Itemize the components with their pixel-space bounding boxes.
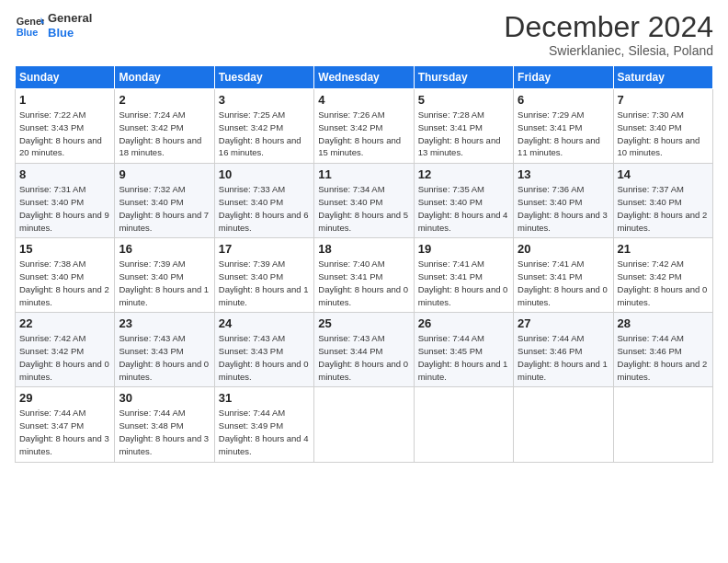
day-number: 30 [119,391,210,405]
day-number: 16 [119,242,210,256]
day-number: 9 [119,167,210,181]
day-info: Sunrise: 7:44 AMSunset: 3:45 PMDaylight:… [418,332,509,383]
day-info: Sunrise: 7:42 AMSunset: 3:42 PMDaylight:… [19,332,110,383]
day-info: Sunrise: 7:44 AMSunset: 3:49 PMDaylight:… [219,407,310,457]
calendar-cell: 18Sunrise: 7:40 AMSunset: 3:41 PMDayligh… [314,238,414,313]
day-info: Sunrise: 7:26 AMSunset: 3:42 PMDaylight:… [318,109,409,159]
calendar-cell: 26Sunrise: 7:44 AMSunset: 3:45 PMDayligh… [414,313,513,387]
calendar-cell: 25Sunrise: 7:43 AMSunset: 3:44 PMDayligh… [314,313,414,387]
calendar-week-row: 29Sunrise: 7:44 AMSunset: 3:47 PMDayligh… [16,387,713,462]
day-info: Sunrise: 7:44 AMSunset: 3:46 PMDaylight:… [618,332,709,383]
calendar-cell: 13Sunrise: 7:36 AMSunset: 3:40 PMDayligh… [514,164,613,238]
day-info: Sunrise: 7:35 AMSunset: 3:40 PMDaylight:… [418,183,509,234]
day-number: 13 [518,167,609,181]
day-number: 23 [119,316,210,330]
logo-icon: General Blue [15,11,44,40]
day-info: Sunrise: 7:44 AMSunset: 3:46 PMDaylight:… [518,332,609,383]
day-number: 18 [318,242,409,256]
calendar-cell: 8Sunrise: 7:31 AMSunset: 3:40 PMDaylight… [16,164,115,238]
calendar-cell: 5Sunrise: 7:28 AMSunset: 3:41 PMDaylight… [414,89,513,164]
day-number: 4 [318,93,409,107]
day-of-week-header: Tuesday [214,66,313,89]
calendar-cell: 19Sunrise: 7:41 AMSunset: 3:41 PMDayligh… [414,238,513,313]
calendar-cell: 4Sunrise: 7:26 AMSunset: 3:42 PMDaylight… [314,89,414,164]
calendar-cell: 12Sunrise: 7:35 AMSunset: 3:40 PMDayligh… [414,164,513,238]
calendar-cell [314,387,414,462]
logo-general: General [48,11,92,26]
day-number: 12 [418,167,509,181]
day-number: 7 [618,93,709,107]
day-info: Sunrise: 7:30 AMSunset: 3:40 PMDaylight:… [618,109,709,159]
day-number: 11 [318,167,409,181]
calendar-cell: 10Sunrise: 7:33 AMSunset: 3:40 PMDayligh… [214,164,313,238]
day-of-week-header: Thursday [414,66,513,89]
title-block: December 2024 Swierklaniec, Silesia, Pol… [504,11,713,58]
header: General Blue General Blue December 2024 … [15,11,713,58]
day-info: Sunrise: 7:43 AMSunset: 3:43 PMDaylight:… [119,332,210,383]
calendar-cell: 9Sunrise: 7:32 AMSunset: 3:40 PMDaylight… [115,164,214,238]
calendar-cell: 28Sunrise: 7:44 AMSunset: 3:46 PMDayligh… [613,313,712,387]
calendar-table: SundayMondayTuesdayWednesdayThursdayFrid… [15,65,713,462]
day-number: 5 [418,93,509,107]
day-number: 31 [219,391,310,405]
day-number: 3 [219,93,310,107]
day-number: 24 [219,316,310,330]
calendar-cell: 24Sunrise: 7:43 AMSunset: 3:43 PMDayligh… [214,313,313,387]
day-of-week-header: Saturday [613,66,712,89]
calendar-cell: 17Sunrise: 7:39 AMSunset: 3:40 PMDayligh… [214,238,313,313]
day-number: 21 [618,242,709,256]
day-info: Sunrise: 7:32 AMSunset: 3:40 PMDaylight:… [119,183,210,234]
day-number: 26 [418,316,509,330]
day-info: Sunrise: 7:42 AMSunset: 3:42 PMDaylight:… [618,258,709,308]
day-info: Sunrise: 7:40 AMSunset: 3:41 PMDaylight:… [318,258,409,308]
day-number: 15 [19,242,110,256]
day-of-week-header: Monday [115,66,214,89]
calendar-cell [514,387,613,462]
day-info: Sunrise: 7:41 AMSunset: 3:41 PMDaylight:… [518,258,609,308]
day-info: Sunrise: 7:33 AMSunset: 3:40 PMDaylight:… [219,183,310,234]
day-number: 27 [518,316,609,330]
calendar-cell: 29Sunrise: 7:44 AMSunset: 3:47 PMDayligh… [16,387,115,462]
calendar-header: SundayMondayTuesdayWednesdayThursdayFrid… [16,66,713,89]
day-info: Sunrise: 7:37 AMSunset: 3:40 PMDaylight:… [618,183,709,234]
day-info: Sunrise: 7:44 AMSunset: 3:47 PMDaylight:… [19,407,110,457]
calendar-cell: 6Sunrise: 7:29 AMSunset: 3:41 PMDaylight… [514,89,613,164]
logo-blue: Blue [48,26,92,40]
day-of-week-header: Wednesday [314,66,414,89]
day-info: Sunrise: 7:36 AMSunset: 3:40 PMDaylight:… [518,183,609,234]
calendar-cell: 23Sunrise: 7:43 AMSunset: 3:43 PMDayligh… [115,313,214,387]
svg-text:Blue: Blue [17,27,39,38]
day-info: Sunrise: 7:44 AMSunset: 3:48 PMDaylight:… [119,407,210,457]
day-number: 20 [518,242,609,256]
day-number: 19 [418,242,509,256]
day-info: Sunrise: 7:29 AMSunset: 3:41 PMDaylight:… [518,109,609,159]
day-number: 1 [19,93,110,107]
logo: General Blue General Blue [15,11,92,40]
calendar-cell: 21Sunrise: 7:42 AMSunset: 3:42 PMDayligh… [613,238,712,313]
calendar-cell: 20Sunrise: 7:41 AMSunset: 3:41 PMDayligh… [514,238,613,313]
day-number: 10 [219,167,310,181]
day-info: Sunrise: 7:41 AMSunset: 3:41 PMDaylight:… [418,258,509,308]
location-subtitle: Swierklaniec, Silesia, Poland [504,43,713,58]
calendar-cell: 14Sunrise: 7:37 AMSunset: 3:40 PMDayligh… [613,164,712,238]
calendar-cell: 15Sunrise: 7:38 AMSunset: 3:40 PMDayligh… [16,238,115,313]
day-info: Sunrise: 7:25 AMSunset: 3:42 PMDaylight:… [219,109,310,159]
day-info: Sunrise: 7:39 AMSunset: 3:40 PMDaylight:… [219,258,310,308]
day-info: Sunrise: 7:31 AMSunset: 3:40 PMDaylight:… [19,183,110,234]
calendar-week-row: 15Sunrise: 7:38 AMSunset: 3:40 PMDayligh… [16,238,713,313]
day-info: Sunrise: 7:24 AMSunset: 3:42 PMDaylight:… [119,109,210,159]
day-info: Sunrise: 7:43 AMSunset: 3:43 PMDaylight:… [219,332,310,383]
day-number: 29 [19,391,110,405]
calendar-cell: 11Sunrise: 7:34 AMSunset: 3:40 PMDayligh… [314,164,414,238]
calendar-cell: 27Sunrise: 7:44 AMSunset: 3:46 PMDayligh… [514,313,613,387]
calendar-cell: 22Sunrise: 7:42 AMSunset: 3:42 PMDayligh… [16,313,115,387]
day-info: Sunrise: 7:28 AMSunset: 3:41 PMDaylight:… [418,109,509,159]
svg-text:General: General [17,16,44,27]
calendar-cell [613,387,712,462]
day-number: 2 [119,93,210,107]
day-info: Sunrise: 7:38 AMSunset: 3:40 PMDaylight:… [19,258,110,308]
day-number: 28 [618,316,709,330]
day-of-week-header: Friday [514,66,613,89]
day-number: 6 [518,93,609,107]
day-info: Sunrise: 7:43 AMSunset: 3:44 PMDaylight:… [318,332,409,383]
